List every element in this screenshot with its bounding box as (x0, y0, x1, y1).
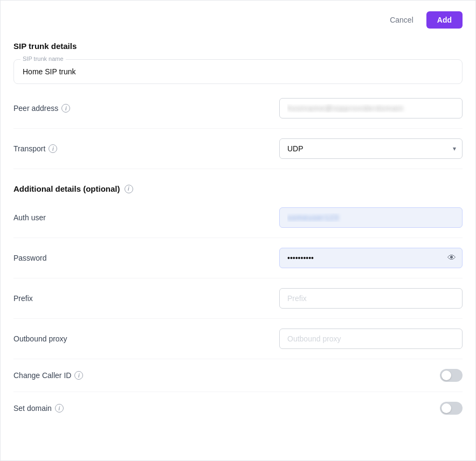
peer-address-input-wrapper (279, 98, 463, 118)
sip-trunk-name-group: SIP trunk name (13, 59, 463, 84)
transport-label: Transport (13, 144, 45, 153)
set-domain-label: Set domain (13, 404, 52, 413)
peer-address-row: Peer address i (13, 88, 463, 129)
sip-trunk-section: SIP trunk details SIP trunk name (13, 41, 463, 84)
cancel-button[interactable]: Cancel (383, 11, 420, 29)
auth-user-input-wrapper (279, 207, 463, 228)
auth-user-label: Auth user (13, 213, 46, 222)
password-row: Password 👁 (13, 238, 463, 278)
sip-trunk-title: SIP trunk details (13, 41, 463, 51)
set-domain-info-icon[interactable]: i (55, 404, 64, 413)
outbound-proxy-input[interactable] (279, 329, 463, 349)
peer-address-label-group: Peer address i (13, 104, 111, 113)
set-domain-row: Set domain i (13, 392, 463, 424)
set-domain-toggle-wrapper (440, 402, 463, 415)
prefix-input[interactable] (279, 288, 463, 309)
additional-info-icon[interactable]: i (125, 185, 133, 193)
peer-address-info-icon[interactable]: i (61, 104, 70, 113)
change-caller-id-toggle[interactable] (440, 369, 463, 382)
auth-user-input[interactable] (279, 207, 463, 228)
auth-user-row: Auth user (13, 198, 463, 238)
password-label: Password (13, 254, 46, 262)
change-caller-id-toggle-wrapper (440, 369, 463, 382)
prefix-row: Prefix (13, 278, 463, 319)
set-domain-toggle[interactable] (440, 402, 463, 415)
additional-title: Additional details (optional) (13, 184, 120, 193)
change-caller-id-info-icon[interactable]: i (74, 371, 83, 380)
prefix-label-group: Prefix (13, 294, 111, 303)
outbound-proxy-label-group: Outbound proxy (13, 334, 111, 343)
auth-user-label-group: Auth user (13, 213, 111, 222)
additional-section-header: Additional details (optional) i (13, 184, 463, 193)
outbound-proxy-input-wrapper (279, 329, 463, 349)
outbound-proxy-row: Outbound proxy (13, 319, 463, 359)
transport-row: Transport i UDP TCP TLS ▾ (13, 129, 463, 169)
header-row: Cancel Add (13, 11, 463, 29)
page-container: Cancel Add SIP trunk details SIP trunk n… (0, 0, 476, 461)
eye-icon[interactable]: 👁 (447, 253, 456, 263)
prefix-input-wrapper (279, 288, 463, 309)
additional-section: Additional details (optional) i Auth use… (13, 184, 463, 424)
change-caller-id-label-group: Change Caller ID i (13, 371, 111, 380)
password-input-wrapper: 👁 (279, 248, 463, 268)
password-input[interactable] (279, 248, 463, 268)
sip-trunk-name-label: SIP trunk name (20, 55, 66, 62)
peer-address-input[interactable] (279, 98, 463, 118)
change-caller-id-row: Change Caller ID i (13, 359, 463, 392)
password-label-group: Password (13, 254, 111, 262)
sip-trunk-name-input[interactable] (23, 67, 453, 76)
transport-select-wrapper: UDP TCP TLS ▾ (279, 138, 463, 159)
transport-label-group: Transport i (13, 144, 111, 153)
prefix-label: Prefix (13, 294, 33, 303)
transport-info-icon[interactable]: i (49, 144, 57, 153)
add-button[interactable]: Add (426, 11, 463, 29)
transport-select[interactable]: UDP TCP TLS (279, 138, 463, 159)
peer-address-label: Peer address (13, 104, 58, 113)
outbound-proxy-label: Outbound proxy (13, 334, 67, 343)
change-caller-id-label: Change Caller ID (13, 371, 71, 380)
set-domain-label-group: Set domain i (13, 404, 111, 413)
